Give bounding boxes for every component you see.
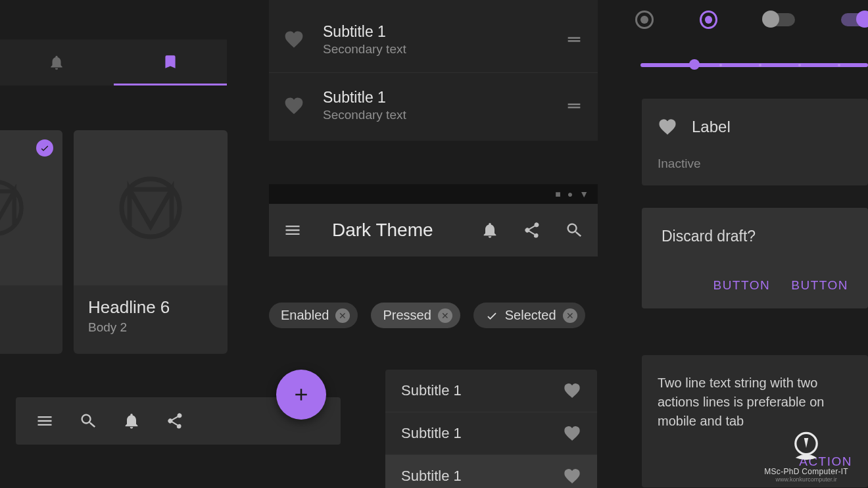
heart-icon[interactable]	[563, 467, 581, 485]
plus-icon	[291, 385, 311, 404]
list-item[interactable]: Subtitle 1 Secondary text	[269, 72, 598, 138]
single-line-list: Subtitle 1 Subtitle 1 Subtitle 1	[385, 370, 597, 488]
tab-bookmarks[interactable]	[114, 39, 228, 85]
card-media	[0, 130, 62, 285]
close-icon[interactable]: ✕	[563, 308, 577, 323]
card-media	[74, 130, 228, 285]
snackbar-text: Two line text string with two actions li…	[658, 374, 852, 431]
close-icon[interactable]: ✕	[335, 308, 350, 323]
chip-label: Selected	[505, 308, 556, 323]
chip-label: Pressed	[383, 308, 431, 323]
tab-notifications[interactable]	[0, 39, 114, 85]
switch-on[interactable]	[841, 13, 868, 26]
check-icon	[485, 309, 498, 322]
close-icon[interactable]: ✕	[438, 308, 452, 323]
watermark-line2: www.konkurcomputer.ir	[776, 476, 837, 483]
card-subtext: Inactive	[658, 157, 852, 171]
list-item-title: Subtitle 1	[401, 468, 462, 485]
slider[interactable]	[640, 63, 868, 67]
radio-checked[interactable]	[700, 11, 718, 29]
selected-check-icon	[36, 139, 53, 157]
drag-handle-icon[interactable]	[565, 97, 583, 115]
list-item-secondary: Secondary text	[323, 42, 565, 57]
app-bar-title: Dark Theme	[332, 220, 457, 241]
chip-pressed[interactable]: Pressed ✕	[371, 303, 460, 328]
drag-handle-icon[interactable]	[565, 30, 583, 49]
chip-selected[interactable]: Selected ✕	[473, 303, 585, 328]
list-item-title: Subtitle 1	[401, 425, 462, 442]
dialog-button-2[interactable]: BUTTON	[791, 278, 848, 293]
bell-icon	[48, 54, 65, 71]
card-headline: Headline 6	[88, 297, 213, 318]
fab-add[interactable]	[276, 370, 326, 420]
material-logo-icon	[0, 178, 25, 237]
list-item-title: Subtitle 1	[401, 382, 462, 399]
menu-icon[interactable]	[283, 221, 302, 239]
heart-icon[interactable]	[563, 424, 581, 443]
chip-row: Enabled ✕ Pressed ✕ Selected ✕	[269, 303, 585, 328]
dialog-title: Discard draft?	[662, 228, 848, 245]
selection-controls	[635, 11, 868, 29]
share-icon[interactable]	[523, 221, 541, 239]
switch-off[interactable]	[763, 13, 794, 26]
list-item[interactable]: Subtitle 1	[385, 412, 597, 454]
heart-icon	[658, 117, 677, 137]
card-body-text: Body 2	[88, 320, 213, 335]
bookmark-icon	[162, 53, 179, 70]
chip-card: Label Inactive	[642, 99, 868, 185]
watermark: MSc-PhD Computer-IT www.konkurcomputer.i…	[764, 430, 848, 483]
card-label: Label	[692, 118, 731, 136]
watermark-line1: MSc-PhD Computer-IT	[764, 467, 848, 476]
heart-icon	[283, 29, 304, 50]
bell-icon[interactable]	[122, 412, 141, 430]
top-app-bar: Dark Theme	[269, 204, 598, 256]
two-line-list: Subtitle 1 Secondary text Subtitle 1 Sec…	[269, 0, 598, 141]
confirm-dialog: Discard draft? BUTTON BUTTON	[642, 208, 868, 308]
heart-icon[interactable]	[563, 381, 581, 400]
list-item-title: Subtitle 1	[323, 89, 565, 107]
list-item-secondary: Secondary text	[323, 108, 565, 122]
logo-icon	[788, 430, 824, 466]
slider-thumb[interactable]	[689, 59, 700, 70]
menu-icon[interactable]	[36, 412, 54, 430]
radio-unchecked[interactable]	[635, 11, 654, 29]
list-item[interactable]: Subtitle 1	[385, 454, 597, 488]
share-icon[interactable]	[166, 412, 184, 430]
status-bar: ■●▼	[269, 184, 598, 204]
list-item[interactable]: Subtitle 1	[385, 370, 597, 412]
media-card-2[interactable]: Headline 6 Body 2	[74, 130, 228, 354]
bell-icon[interactable]	[481, 221, 499, 239]
material-logo-icon	[118, 175, 183, 241]
icon-tab-bar	[0, 39, 227, 85]
chip-label: Enabled	[281, 308, 329, 323]
chip-enabled[interactable]: Enabled ✕	[269, 303, 358, 328]
heart-icon	[283, 95, 304, 116]
list-item-title: Subtitle 1	[323, 23, 565, 41]
list-item[interactable]: Subtitle 1 Secondary text	[269, 7, 598, 72]
media-card-1[interactable]: 6	[0, 130, 62, 354]
search-icon[interactable]	[79, 412, 97, 430]
app-bar-preview: ■●▼ Dark Theme	[269, 184, 598, 256]
search-icon[interactable]	[565, 221, 583, 239]
dialog-button-1[interactable]: BUTTON	[713, 278, 770, 293]
card-headline: 6	[0, 297, 48, 318]
